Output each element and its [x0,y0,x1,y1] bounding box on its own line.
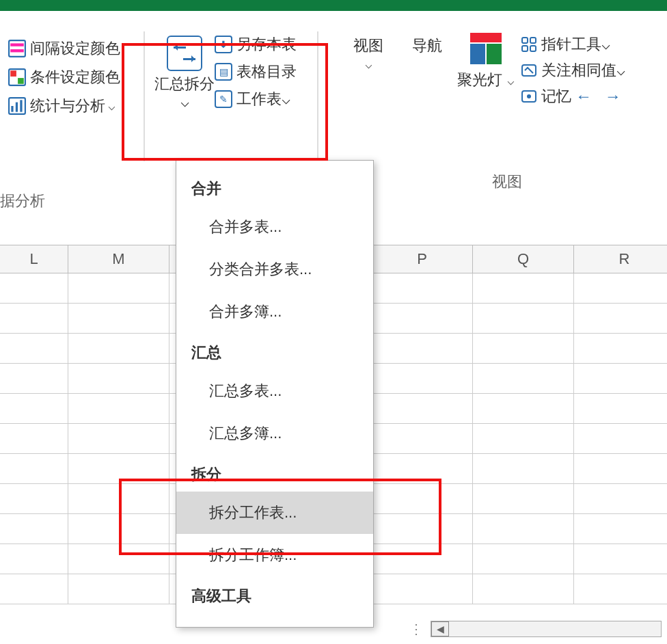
menu-summary-workbooks[interactable]: 汇总多簿... [176,412,373,455]
menu-merge-workbooks[interactable]: 合并多簿... [176,291,373,333]
summary-split-button[interactable]: 汇总拆分 ⌵ [154,31,215,111]
menu-merge-tables[interactable]: 合并多表... [176,206,373,248]
menu-section-summary: 汇总 [176,333,373,370]
worksheet-icon: ✎ [215,90,232,108]
summary-split-icon [167,36,202,71]
horizontal-scrollbar[interactable]: ⋮ ◀ [403,619,662,639]
svg-rect-10 [522,38,528,43]
navigation-button[interactable]: 导航 [398,31,457,55]
ribbon-group-summary-split: 汇总拆分 ⌵ ⬇ 另存本表 ▤ 表格目录 ✎ 工作表 ⌵ [145,25,303,111]
save-table-icon: ⬇ [215,36,232,53]
scrollbar-grip-icon[interactable]: ⋮ [403,621,431,637]
worksheet-button[interactable]: ✎ 工作表 ⌵ [215,89,297,109]
table-catalog-button[interactable]: ▤ 表格目录 [215,62,297,82]
svg-rect-11 [530,38,536,43]
follow-same-label: 关注相同值 [541,60,616,81]
conditional-color-icon [8,68,26,86]
svg-rect-0 [9,40,25,57]
pointer-tool-icon [521,36,537,53]
memory-button[interactable]: 记忆 ← → [521,86,625,107]
worksheet-label: 工作表 [236,89,282,109]
svg-rect-5 [18,78,24,84]
stats-analysis-icon [8,97,26,115]
chevron-down-icon: ⌵ [507,74,515,88]
column-header[interactable]: L [0,245,68,273]
conditional-color-button[interactable]: 条件设定颜色 [8,67,137,88]
follow-same-icon [521,62,537,79]
stats-analysis-label: 统计与分析 [30,96,105,116]
svg-rect-12 [522,46,528,51]
svg-point-16 [527,94,531,98]
app-title-bar [0,0,667,11]
table-catalog-icon: ▤ [215,63,232,81]
chevron-down-icon: ⌵ [180,93,189,110]
column-header[interactable]: P [372,245,473,273]
column-header[interactable]: Q [473,245,574,273]
chevron-down-icon: ⌵ [282,90,290,108]
pointer-tool-button[interactable]: 指针工具 ⌵ [521,34,625,55]
svg-rect-14 [522,65,536,76]
column-header[interactable]: R [574,245,667,273]
svg-rect-4 [10,70,16,77]
svg-rect-13 [530,46,536,51]
interval-color-label: 间隔设定颜色 [30,38,120,59]
group-label-view: 视图 [492,172,522,192]
menu-section-merge: 合并 [176,169,373,206]
svg-rect-7 [11,106,13,112]
save-table-label: 另存本表 [236,34,297,55]
menu-category-merge[interactable]: 分类合并多表... [176,248,373,291]
menu-summary-tables[interactable]: 汇总多表... [176,370,373,412]
svg-rect-2 [10,49,24,52]
menu-split-workbook[interactable]: 拆分工作簿... [176,534,373,576]
conditional-color-label: 条件设定颜色 [30,67,120,88]
pointer-tool-label: 指针工具 [541,34,601,55]
spotlight-icon [469,31,503,66]
navigation-label: 导航 [412,37,442,55]
nav-arrows-icon[interactable]: ← → [575,87,625,106]
memory-icon [521,88,537,105]
view-label: 视图 [353,37,383,54]
chevron-down-icon: ⌵ [601,36,610,53]
summary-split-dropdown: 合并 合并多表... 分类合并多表... 合并多簿... 汇总 汇总多表... … [176,160,374,628]
follow-same-button[interactable]: 关注相同值 ⌵ [521,60,625,81]
ribbon: 间隔设定颜色 条件设定颜色 统计与分析 ⌵ [0,11,667,183]
svg-rect-1 [10,43,24,46]
stats-analysis-button[interactable]: 统计与分析 ⌵ [8,96,137,116]
interval-color-icon [8,40,26,57]
chevron-down-icon: ⌵ [108,98,115,113]
menu-section-advanced: 高级工具 [176,576,373,613]
spotlight-label: 聚光灯 [457,71,502,88]
group-label-data-analysis: 据分析 [0,191,45,211]
view-button[interactable]: 视图⌵ [339,31,398,73]
svg-rect-9 [20,100,22,111]
table-catalog-label: 表格目录 [236,62,297,82]
summary-split-label: 汇总拆分 [154,75,215,92]
spotlight-button[interactable]: 聚光灯 ⌵ [457,31,515,90]
interval-color-button[interactable]: 间隔设定颜色 [8,38,137,59]
save-table-button[interactable]: ⬇ 另存本表 [215,34,297,55]
menu-section-split: 拆分 [176,455,373,492]
scroll-left-button[interactable]: ◀ [431,621,449,636]
column-header[interactable]: M [68,245,169,273]
memory-label: 记忆 [541,86,571,107]
chevron-down-icon: ⌵ [365,57,372,71]
chevron-down-icon: ⌵ [616,62,625,79]
ribbon-group-data-analysis: 间隔设定颜色 条件设定颜色 统计与分析 ⌵ [0,25,144,124]
menu-split-worksheet[interactable]: 拆分工作表... [176,492,373,534]
svg-rect-8 [16,103,18,112]
ribbon-group-view: 视图⌵ 导航 聚光灯 ⌵ 指针工具 ⌵ 关注相同值 ⌵ [318,25,625,107]
